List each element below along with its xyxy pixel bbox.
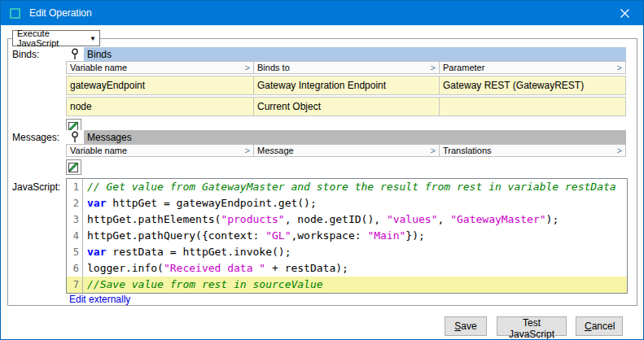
table-cell[interactable]: gatewayEndpoint [66, 76, 253, 95]
column-header-label: Translations [443, 146, 492, 155]
binds-table-row[interactable]: gatewayEndpointGateway Integration Endpo… [66, 76, 626, 95]
operation-type-select[interactable]: Execute JavaScript ▼ [12, 30, 100, 46]
test-javascript-button[interactable]: Test JavaScript [497, 316, 567, 336]
code-line[interactable]: 1// Get value from GatewayMaster and sto… [67, 179, 627, 195]
binds-panel-title: Binds [66, 47, 626, 61]
column-header-label: Binds to [257, 63, 290, 72]
sort-direction-icon: > [245, 146, 250, 155]
sort-direction-icon: > [431, 63, 436, 72]
cancel-button[interactable]: Cancel [576, 316, 623, 336]
column-header-label: Variable name [70, 146, 127, 155]
line-number: 5 [67, 244, 83, 260]
messages-column-headers: Variable name>Message>Translations> [66, 144, 626, 157]
table-cell[interactable]: Current Object [253, 97, 439, 116]
code-line-text: httpGet.pathElements("products", node.ge… [83, 211, 559, 228]
column-header-label: Variable name [70, 63, 127, 72]
javascript-label: JavaScript: [12, 181, 60, 193]
close-button[interactable] [607, 1, 643, 25]
messages-edit-rows-button[interactable] [66, 159, 81, 175]
binds-panel: Binds Variable name>Binds to>Parameter> … [66, 47, 626, 134]
code-line[interactable]: 4httpGet.pathQuery({context: "GL",worksp… [67, 228, 627, 244]
table-cell[interactable]: node [66, 97, 253, 116]
edit-externally-link[interactable]: Edit externally [69, 294, 130, 305]
code-line-text: var restData = httpGet.invoke(); [83, 244, 291, 260]
binds-column-header[interactable]: Parameter> [439, 61, 626, 74]
titlebar: Edit Operation [1, 1, 643, 25]
window-title: Edit Operation [29, 7, 92, 19]
code-line-text: logger.info("Received data " + restData)… [83, 260, 348, 277]
binds-column-header[interactable]: Variable name> [66, 61, 253, 74]
sort-direction-icon: > [617, 63, 622, 72]
table-cell[interactable]: Gateway REST (GatewayREST) [439, 76, 626, 95]
column-header-label: Parameter [443, 63, 484, 72]
edit-operation-dialog: Edit Operation Execute JavaScript ▼ Bind… [0, 0, 644, 340]
line-number: 6 [67, 260, 83, 277]
save-button[interactable]: Save [445, 316, 487, 336]
code-line[interactable]: 5var restData = httpGet.invoke(); [67, 244, 627, 260]
messages-column-header[interactable]: Translations> [439, 144, 626, 157]
code-line-text: httpGet.pathQuery({context: "GL",workspa… [83, 228, 425, 244]
sort-direction-icon: > [617, 146, 622, 155]
line-number: 2 [67, 195, 83, 211]
chevron-down-icon: ▼ [90, 35, 96, 42]
pin-icon [66, 130, 84, 144]
messages-panel-header[interactable]: Messages [84, 130, 626, 144]
table-cell[interactable]: Gateway Integration Endpoint [253, 76, 439, 95]
code-line-text: var httpGet = gatewayEndpoint.get(); [83, 195, 317, 211]
pencil-icon [68, 161, 80, 173]
code-line[interactable]: 3httpGet.pathElements("products", node.g… [67, 211, 627, 228]
close-icon [620, 9, 629, 18]
messages-label: Messages: [12, 132, 59, 143]
line-number: 3 [67, 211, 83, 228]
column-header-label: Message [257, 146, 294, 155]
code-line-text: //Save value from rest in sourceValue [83, 277, 323, 293]
sort-direction-icon: > [431, 146, 436, 155]
messages-column-header[interactable]: Message> [253, 144, 439, 157]
javascript-code-editor[interactable]: 1// Get value from GatewayMaster and sto… [66, 178, 628, 294]
messages-panel: Messages Variable name>Message>Translati… [66, 130, 626, 175]
table-cell[interactable] [439, 97, 626, 116]
app-icon [10, 8, 20, 19]
binds-rows: gatewayEndpointGateway Integration Endpo… [66, 76, 626, 116]
binds-column-headers: Variable name>Binds to>Parameter> [66, 61, 626, 74]
binds-panel-header[interactable]: Binds [84, 47, 626, 61]
code-line[interactable]: 6logger.info("Received data " + restData… [67, 260, 627, 277]
line-number: 7 [67, 277, 83, 293]
messages-column-header[interactable]: Variable name> [66, 144, 253, 157]
code-line[interactable]: 2var httpGet = gatewayEndpoint.get(); [67, 195, 627, 211]
code-line-text: // Get value from GatewayMaster and stor… [83, 179, 616, 195]
messages-panel-title: Messages [66, 130, 626, 144]
line-number: 1 [67, 179, 83, 195]
pin-icon [66, 47, 84, 61]
operation-type-value: Execute JavaScript [17, 28, 90, 48]
binds-column-header[interactable]: Binds to> [253, 61, 439, 74]
binds-label: Binds: [12, 49, 39, 60]
binds-table-row[interactable]: nodeCurrent Object [66, 97, 626, 116]
sort-direction-icon: > [245, 63, 250, 72]
code-line[interactable]: 7//Save value from rest in sourceValue [67, 277, 627, 293]
line-number: 4 [67, 228, 83, 244]
